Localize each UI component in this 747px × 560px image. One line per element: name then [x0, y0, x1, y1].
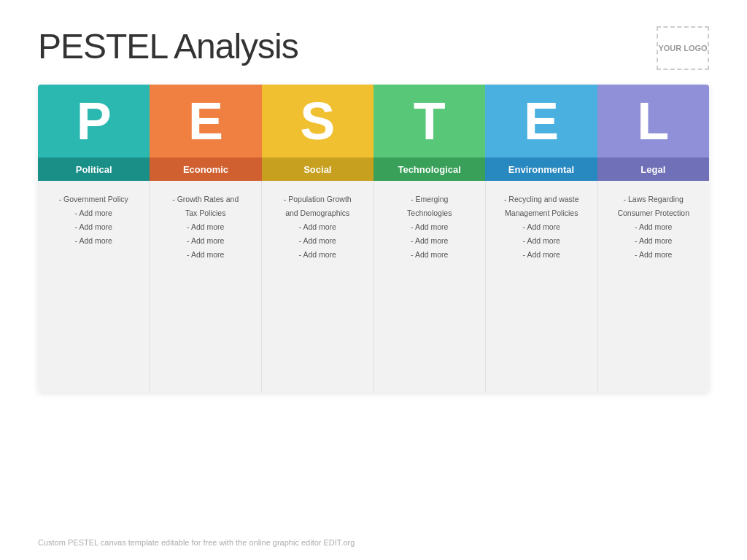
content-economic: - Growth Rates andTax Policies - Add mor…	[150, 181, 263, 392]
letter-s: S	[262, 85, 374, 158]
content-legal: - Laws RegardingConsumer Protection - Ad…	[598, 181, 710, 392]
content-social: - Population Growthand Demographics - Ad…	[262, 181, 374, 392]
letter-l: L	[597, 85, 709, 158]
content-environmental: - Recycling and wasteManagement Policies…	[486, 181, 598, 392]
content-technological: - EmergingTechnologies - Add more - Add …	[374, 181, 487, 392]
letter-e: E	[150, 85, 261, 158]
pestel-table: P E S T E L Political Economic Social Te…	[38, 85, 709, 392]
label-environmental: Environmental	[485, 158, 597, 181]
content-area: - Government Policy - Add more - Add mor…	[38, 181, 709, 392]
label-technological: Technological	[374, 158, 485, 181]
letter-p: P	[38, 85, 150, 158]
letter-env: E	[485, 85, 597, 158]
label-economic: Economic	[150, 158, 261, 181]
page: PESTEL Analysis YOUR LOGO P E S T E L Po…	[0, 0, 747, 560]
letter-t: T	[374, 85, 485, 158]
label-legal: Legal	[597, 158, 709, 181]
label-political: Political	[38, 158, 150, 181]
letter-row: P E S T E L	[38, 85, 709, 158]
logo-placeholder: YOUR LOGO	[657, 26, 709, 70]
label-row: Political Economic Social Technological …	[38, 158, 709, 181]
content-political: - Government Policy - Add more - Add mor…	[38, 181, 150, 392]
header: PESTEL Analysis YOUR LOGO	[0, 0, 747, 85]
label-social: Social	[262, 158, 374, 181]
footer-text: Custom PESTEL canvas template editable f…	[38, 538, 355, 547]
page-title: PESTEL Analysis	[38, 26, 298, 66]
